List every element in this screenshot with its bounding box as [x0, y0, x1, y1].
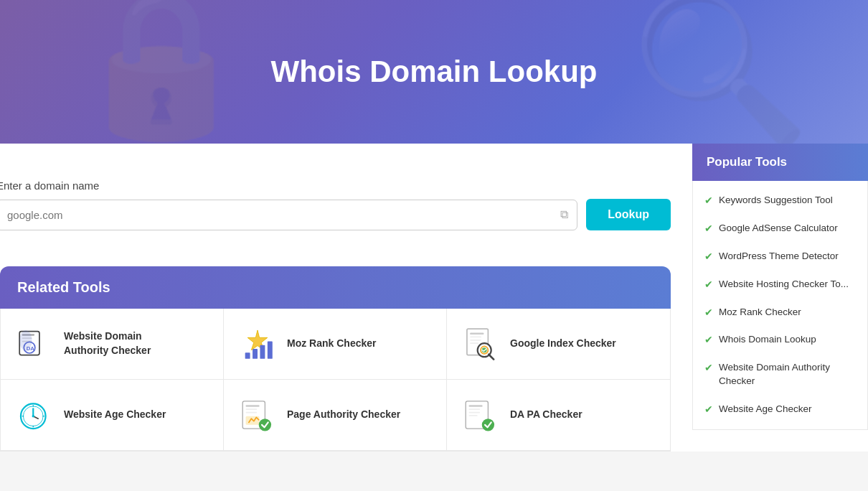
- search-label: Enter a domain name: [0, 179, 671, 192]
- tool-card-label-google-index: Google Index Checker: [510, 337, 616, 351]
- tool-card-google-index[interactable]: Google Index Checker: [447, 309, 670, 380]
- related-tools-banner: Related Tools: [0, 266, 671, 309]
- check-icon-0: ✔: [704, 195, 713, 206]
- lookup-button[interactable]: Lookup: [586, 199, 671, 230]
- domain-search-input[interactable]: [0, 200, 577, 230]
- sidebar-item-label-7: Website Age Checker: [719, 403, 812, 416]
- sidebar-item-label-6: Website Domain Authority Checker: [719, 361, 856, 388]
- svg-rect-7: [245, 352, 250, 359]
- svg-rect-30: [246, 405, 260, 407]
- related-tools-heading: Related Tools: [17, 279, 654, 296]
- tools-grid: DA Website DomainAuthority Checker: [0, 309, 671, 452]
- svg-rect-39: [469, 415, 478, 416]
- tool-card-moz-rank[interactable]: Moz Rank Checker: [224, 309, 447, 380]
- sidebar-item-label-3: Website Hosting Checker To...: [719, 278, 849, 291]
- svg-rect-14: [470, 340, 481, 341]
- content-area: Enter a domain name ⧉ Lookup Related Too…: [0, 144, 692, 452]
- check-icon-6: ✔: [704, 362, 713, 373]
- hero-bg-icon-right: 🔍: [631, 0, 811, 144]
- check-icon-4: ✔: [704, 307, 713, 318]
- popular-tools-heading: Popular Tools: [707, 155, 854, 169]
- sidebar-item-keywords-suggestion[interactable]: ✔ Keywords Suggestion Tool: [693, 187, 867, 215]
- popular-tools-header: Popular Tools: [692, 144, 868, 181]
- hero-title: Whois Domain Lookup: [271, 55, 598, 89]
- moz-rank-icon: [238, 324, 277, 363]
- sidebar-item-label-0: Keywords Suggestion Tool: [719, 194, 833, 207]
- da-pa-icon: [461, 396, 500, 434]
- sidebar-item-label-4: Moz Rank Checker: [719, 306, 801, 319]
- sidebar-item-age-checker[interactable]: ✔ Website Age Checker: [693, 396, 867, 424]
- tool-card-label-page-authority: Page Authority Checker: [287, 408, 400, 422]
- svg-rect-13: [470, 337, 481, 338]
- sidebar-item-label-5: Whois Domain Lookup: [719, 333, 816, 347]
- sidebar-item-domain-authority[interactable]: ✔ Website Domain Authority Checker: [693, 354, 867, 396]
- check-icon-7: ✔: [704, 403, 713, 415]
- svg-rect-37: [469, 408, 481, 410]
- check-icon-3: ✔: [704, 279, 713, 290]
- sidebar-item-hosting-checker[interactable]: ✔ Website Hosting Checker To...: [693, 271, 867, 299]
- search-section: Enter a domain name ⧉ Lookup: [0, 165, 671, 245]
- tool-card-label-da-pa: DA PA Checker: [510, 408, 582, 422]
- svg-rect-9: [260, 345, 265, 359]
- tool-card-label-domain-authority: Website DomainAuthority Checker: [64, 329, 151, 357]
- sidebar-item-wordpress-theme[interactable]: ✔ WordPress Theme Detector: [693, 243, 867, 271]
- tool-card-age-checker[interactable]: Website Age Checker: [1, 380, 224, 451]
- hero-bg-icon-left: 🔒: [72, 0, 251, 144]
- check-icon-1: ✔: [704, 223, 713, 234]
- check-icon-5: ✔: [704, 334, 713, 345]
- svg-rect-38: [469, 412, 481, 413]
- sidebar-item-moz-rank[interactable]: ✔ Moz Rank Checker: [693, 299, 867, 327]
- svg-rect-32: [246, 412, 258, 413]
- sidebar-item-adsense-calculator[interactable]: ✔ Google AdSense Calculator: [693, 215, 867, 243]
- search-row: ⧉ Lookup: [0, 199, 671, 230]
- main-container: Enter a domain name ⧉ Lookup Related Too…: [0, 144, 868, 452]
- age-checker-icon: [15, 396, 54, 434]
- search-input-wrapper: ⧉: [0, 200, 577, 230]
- sidebar-item-whois-domain[interactable]: ✔ Whois Domain Lookup: [693, 326, 867, 354]
- svg-rect-36: [469, 405, 483, 407]
- svg-line-18: [489, 355, 494, 360]
- tool-card-label-moz-rank: Moz Rank Checker: [287, 337, 376, 351]
- svg-rect-31: [246, 408, 258, 410]
- svg-rect-10: [268, 342, 273, 359]
- sidebar: Popular Tools ✔ Keywords Suggestion Tool…: [692, 144, 868, 452]
- sidebar-item-label-2: WordPress Theme Detector: [719, 250, 839, 263]
- domain-authority-icon: DA: [15, 324, 54, 363]
- page-authority-icon: [238, 396, 277, 434]
- svg-point-40: [482, 418, 494, 431]
- svg-point-24: [32, 415, 34, 417]
- tool-card-page-authority[interactable]: Page Authority Checker: [224, 380, 447, 451]
- tool-card-label-age-checker: Website Age Checker: [64, 408, 166, 422]
- google-index-icon: [461, 324, 500, 363]
- clipboard-icon[interactable]: ⧉: [560, 208, 568, 221]
- tool-card-da-pa[interactable]: DA PA Checker: [447, 380, 670, 451]
- svg-rect-8: [253, 349, 258, 359]
- hero-section: 🔒 🔍 Whois Domain Lookup: [0, 0, 868, 144]
- svg-point-34: [259, 418, 271, 431]
- popular-tools-list: ✔ Keywords Suggestion Tool ✔ Google AdSe…: [692, 181, 868, 430]
- svg-rect-15: [470, 342, 478, 344]
- svg-rect-12: [470, 332, 483, 335]
- tool-card-website-domain-authority[interactable]: DA Website DomainAuthority Checker: [1, 309, 224, 380]
- check-icon-2: ✔: [704, 251, 713, 262]
- sidebar-item-label-1: Google AdSense Calculator: [719, 222, 838, 235]
